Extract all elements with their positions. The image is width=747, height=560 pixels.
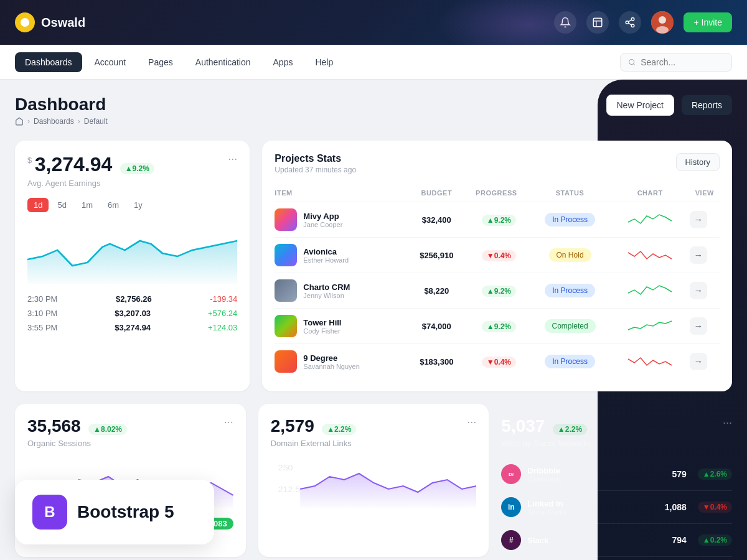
bootstrap-text: Bootstrap 5	[77, 502, 174, 522]
time-filters: 1d 5d 1m 6m 1y	[27, 198, 237, 212]
more-options-links[interactable]: ···	[467, 416, 476, 427]
earnings-card: $ 3,274.94 ▲9.2% Avg. Agent Earnings ···…	[15, 141, 250, 391]
svg-point-8	[656, 26, 669, 34]
more-options-button[interactable]: ···	[228, 153, 237, 164]
social-badge: ▲2.2%	[553, 424, 587, 435]
project-icon-charto	[275, 279, 297, 302]
social-list: Dr Dribbble Community 579 ▲2.6% in Linke…	[501, 458, 732, 557]
logo-area: Oswald	[15, 12, 85, 32]
nav-right: + Invite	[554, 11, 732, 34]
more-options-social[interactable]: ···	[723, 416, 732, 429]
table-row: Avionica Esther Howard $256,910 ▼0.4% On…	[275, 238, 720, 273]
organic-sessions-label: Organic Sessions	[27, 439, 127, 448]
earnings-chart	[27, 222, 237, 284]
view-button[interactable]: →	[690, 282, 707, 299]
tab-dashboards[interactable]: Dashboards	[15, 52, 82, 72]
organic-sessions-value: 35,568	[27, 416, 81, 436]
history-button[interactable]: History	[676, 153, 720, 171]
dribbble-icon: Dr	[501, 464, 521, 484]
svg-point-1	[632, 18, 635, 21]
new-project-button[interactable]: New Project	[606, 95, 674, 116]
view-button[interactable]: →	[690, 353, 707, 370]
external-links-value: 2,579	[271, 416, 314, 436]
bootstrap-icon: B	[32, 495, 67, 530]
tab-authentication[interactable]: Authentication	[186, 52, 261, 72]
earnings-amount: 3,274.94	[35, 153, 113, 175]
svg-line-5	[629, 20, 632, 22]
home-icon	[15, 117, 24, 126]
stat-row-3: 3:55 PM $3,274.94 +124.03	[27, 323, 237, 332]
stat-row-1: 2:30 PM $2,756.26 -139.34	[27, 294, 237, 304]
tab-account[interactable]: Account	[85, 52, 136, 72]
svg-point-3	[632, 24, 635, 27]
earnings-label: Avg. Agent Earnings	[27, 179, 154, 188]
page-title-area: Dashboard › Dashboards › Default	[15, 95, 108, 126]
breadcrumb: › Dashboards › Default	[15, 117, 108, 126]
projects-header: Projects Stats Updated 37 minutes ago Hi…	[275, 153, 720, 174]
projects-title: Projects Stats	[275, 153, 356, 164]
svg-line-4	[629, 23, 632, 25]
external-links-label: Domain External Links	[271, 439, 357, 448]
table-row: 9 Degree Savannah Nguyen $183,300 ▼0.4% …	[275, 344, 720, 380]
search-input[interactable]	[641, 57, 724, 67]
reports-button[interactable]: Reports	[682, 95, 732, 115]
view-button[interactable]: →	[690, 317, 707, 335]
page-actions: New Project Reports	[606, 95, 733, 116]
currency-symbol: $	[27, 156, 32, 165]
projects-card: Projects Stats Updated 37 minutes ago Hi…	[262, 141, 732, 391]
social-row-slack: # Slack 794 ▲0.2%	[501, 524, 732, 557]
slack-icon: #	[501, 530, 521, 550]
social-label: Visits by Social Networks	[501, 439, 591, 448]
filter-1y[interactable]: 1y	[128, 198, 149, 212]
col-status: STATUS	[529, 184, 610, 202]
table-row: Charto CRM Jenny Wilson $8,220 ▲9.2% In …	[275, 273, 720, 309]
social-row-linkedin: in Linked In Social Media 1,088 ▼0.4%	[501, 491, 732, 524]
svg-rect-0	[594, 18, 603, 27]
earnings-badge: ▲9.2%	[120, 163, 154, 174]
logo-text: Oswald	[41, 16, 85, 30]
top-cards-row: $ 3,274.94 ▲9.2% Avg. Agent Earnings ···…	[15, 141, 732, 391]
linkedin-icon: in	[501, 497, 521, 517]
view-button[interactable]: →	[690, 211, 707, 228]
table-row: Mivy App Jane Cooper $32,400 ▲9.2% In Pr…	[275, 202, 720, 238]
avatar[interactable]	[651, 11, 674, 34]
external-links-card: 2,579 ▲2.2% Domain External Links ··· 2	[258, 404, 489, 557]
tab-help[interactable]: Help	[305, 52, 343, 72]
filter-1m[interactable]: 1m	[75, 198, 99, 212]
col-progress: PROGRESS	[463, 184, 529, 202]
col-chart: CHART	[611, 184, 690, 202]
filter-6m[interactable]: 6m	[101, 198, 125, 212]
stat-row-2: 3:10 PM $3,207.03 +576.24	[27, 309, 237, 318]
social-networks-area: 5,037 ▲2.2% Visits by Social Networks ··…	[501, 404, 732, 557]
svg-point-7	[659, 16, 666, 24]
svg-text:250: 250	[278, 464, 293, 472]
filter-1d[interactable]: 1d	[27, 198, 49, 212]
filter-5d[interactable]: 5d	[51, 198, 72, 212]
logo-icon	[15, 12, 35, 32]
secondary-navbar: Dashboards Account Pages Authentication …	[0, 45, 747, 80]
social-header: 5,037 ▲2.2% Visits by Social Networks ··…	[501, 404, 732, 448]
search-bar	[620, 53, 732, 72]
col-item: ITEM	[275, 184, 410, 202]
messages-icon[interactable]	[586, 11, 609, 34]
organic-sessions-badge: ▲8.02%	[88, 424, 127, 435]
share-icon[interactable]	[619, 11, 641, 34]
tab-apps[interactable]: Apps	[263, 52, 303, 72]
links-chart: 250 212.5	[271, 458, 477, 510]
view-button[interactable]: →	[690, 246, 707, 264]
invite-button[interactable]: + Invite	[684, 12, 732, 32]
social-row-dribbble: Dr Dribbble Community 579 ▲2.6%	[501, 458, 732, 491]
social-value: 5,037	[501, 416, 545, 436]
page-header: Dashboard › Dashboards › Default New Pro…	[15, 95, 732, 126]
earnings-stats: 2:30 PM $2,756.26 -139.34 3:10 PM $3,207…	[27, 294, 237, 332]
external-links-badge: ▲2.2%	[322, 424, 356, 435]
col-budget: BUDGET	[410, 184, 463, 202]
more-options-sessions[interactable]: ···	[224, 416, 233, 427]
project-icon-9degree	[275, 350, 297, 373]
top-navbar: Oswald + Invite	[0, 0, 747, 45]
tab-pages[interactable]: Pages	[138, 52, 183, 72]
svg-line-10	[633, 63, 634, 65]
project-icon-mivy	[275, 208, 297, 231]
col-view: VIEW	[690, 184, 720, 202]
notifications-icon[interactable]	[554, 11, 576, 34]
